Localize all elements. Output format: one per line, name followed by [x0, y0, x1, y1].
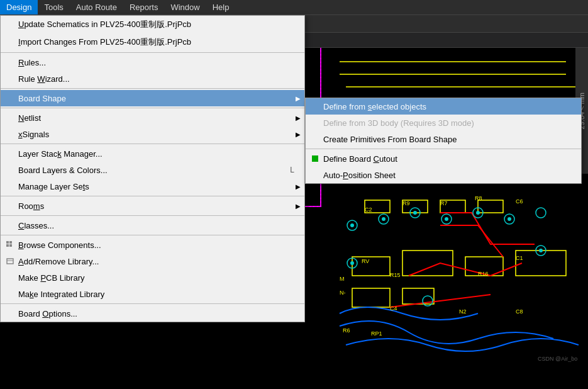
menu-item-update-schematics[interactable]: Update Schematics in PLV25-400重制版.PrjPcb [1, 16, 304, 33]
menu-divider-1 [1, 52, 304, 53]
submenu-item-define-from-3d[interactable]: Define from 3D body (Requires 3D mode) [306, 115, 581, 131]
browse-components-icon [4, 240, 16, 249]
svg-point-33 [445, 217, 448, 221]
svg-text:N-: N- [340, 290, 346, 296]
svg-text:R9: R9 [402, 200, 410, 206]
menu-tools[interactable]: Tools [38, 0, 69, 14]
svg-point-35 [508, 217, 511, 221]
menu-item-rules[interactable]: Rules... [1, 54, 304, 70]
menu-divider-7 [1, 235, 304, 235]
menu-divider-6 [1, 215, 304, 216]
menubar: Design Tools Auto Route Reports Window H… [0, 0, 588, 15]
svg-text:R6: R6 [343, 327, 350, 334]
svg-text:R8: R8 [475, 195, 482, 201]
board-shape-submenu: Define from selected objects Define from… [305, 98, 582, 184]
menu-item-make-integrated-library[interactable]: Make Integrated Library [1, 286, 304, 302]
svg-text:R7: R7 [440, 200, 448, 206]
svg-point-36 [350, 261, 354, 265]
submenu-item-define-cutout[interactable]: Define Board Cutout [306, 150, 581, 167]
layer-sets-arrow: ▶ [296, 183, 301, 190]
svg-text:RP1: RP1 [371, 330, 382, 337]
menu-item-rule-wizard[interactable]: Rule Wizard... [1, 70, 304, 87]
submenu-divider-1 [306, 149, 581, 149]
svg-rect-56 [9, 241, 12, 244]
svg-text:C4: C4 [390, 305, 397, 312]
svg-rect-58 [9, 244, 12, 247]
design-dropdown-menu: Update Schematics in PLV25-400重制版.PrjPcb… [0, 15, 305, 322]
rooms-arrow: ▶ [296, 203, 301, 210]
svg-point-34 [476, 211, 480, 215]
menu-item-rooms[interactable]: Rooms ▶ [1, 198, 304, 214]
svg-text:N2: N2 [459, 308, 467, 315]
menu-window[interactable]: Window [164, 0, 206, 14]
menu-divider-5 [1, 196, 304, 196]
svg-rect-55 [6, 241, 9, 244]
svg-rect-57 [6, 244, 9, 247]
svg-text:RV: RV [362, 258, 369, 264]
menu-help[interactable]: Help [206, 0, 236, 14]
svg-point-30 [350, 223, 354, 227]
menu-item-xsignals[interactable]: xSignals ▶ [1, 126, 304, 142]
svg-point-31 [382, 217, 386, 221]
netlist-arrow: ▶ [296, 115, 301, 121]
submenu-item-create-primitives[interactable]: Create Primitives From Board Shape [306, 131, 581, 147]
menu-design[interactable]: Design [0, 0, 38, 14]
submenu-item-auto-position[interactable]: Auto-Position Sheet [306, 167, 581, 183]
svg-text:R16: R16 [478, 271, 489, 277]
menu-item-browse-components[interactable]: Browse Components... [1, 237, 304, 253]
svg-text:C6: C6 [516, 198, 523, 205]
board-layers-shortcut: L [290, 166, 299, 174]
menu-divider-3 [1, 108, 304, 108]
svg-text:C2: C2 [365, 206, 372, 213]
menu-item-board-shape[interactable]: Board Shape ▶ [1, 90, 304, 106]
svg-rect-61 [312, 155, 318, 162]
svg-point-32 [413, 211, 417, 215]
svg-text:R15: R15 [390, 272, 401, 278]
menu-item-classes[interactable]: Classes... [1, 217, 304, 234]
library-icon [4, 257, 16, 266]
menu-divider-8 [1, 303, 304, 304]
svg-text:M: M [340, 276, 345, 282]
menu-item-make-pcb-library[interactable]: Make PCB Library [1, 269, 304, 286]
svg-text:CSDN @Air_bo: CSDN @Air_bo [538, 356, 577, 362]
menu-item-import-changes[interactable]: Import Changes From PLV25-400重制版.PrjPcb [1, 33, 304, 51]
menu-divider-4 [1, 144, 304, 144]
svg-rect-59 [7, 259, 13, 264]
xsignals-arrow: ▶ [296, 131, 301, 138]
svg-text:C8: C8 [516, 308, 523, 315]
svg-point-37 [539, 249, 543, 252]
menu-item-layer-stack[interactable]: Layer Stack Manager... [1, 145, 304, 162]
menu-reports[interactable]: Reports [123, 0, 165, 14]
menu-autoroute[interactable]: Auto Route [70, 0, 123, 14]
menu-item-add-remove-library[interactable]: Add/Remove Library... [1, 253, 304, 269]
submenu-item-define-from-selected[interactable]: Define from selected objects [306, 98, 581, 115]
board-shape-arrow: ▶ [296, 95, 301, 102]
menu-divider-2 [1, 88, 304, 89]
cutout-icon [309, 154, 321, 163]
menu-item-board-layers[interactable]: Board Layers & Colors... L [1, 162, 304, 178]
menu-item-manage-layer-sets[interactable]: Manage Layer Sets ▶ [1, 178, 304, 194]
menu-item-netlist[interactable]: Netlist ▶ [1, 110, 304, 126]
svg-text:C1: C1 [516, 255, 523, 261]
menu-item-board-options[interactable]: Board Options... [1, 305, 304, 322]
